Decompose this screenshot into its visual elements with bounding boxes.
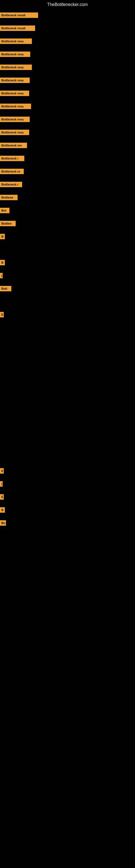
bottleneck-bar-22: E (0, 312, 4, 317)
bottleneck-bar-6: Bottleneck resu (0, 78, 30, 83)
bottleneck-bar-27: Bo (0, 520, 6, 526)
bottleneck-bar-18: B (0, 234, 5, 239)
bottleneck-bar-1: Bottleneck result (0, 12, 38, 18)
bottleneck-bar-2: Bottleneck result (0, 26, 35, 31)
bottleneck-bar-16: Bot (0, 208, 9, 213)
bottleneck-bar-24: | (0, 481, 3, 487)
bottleneck-bar-25: E (0, 494, 4, 500)
site-title: TheBottlenecker.com (0, 0, 135, 9)
bottleneck-bar-12: Bottleneck r (0, 156, 24, 161)
bottleneck-bar-21: Bott (0, 286, 11, 291)
bottleneck-bar-10: Bottleneck resu (0, 130, 29, 135)
bottleneck-bar-17: Bottlen (0, 221, 16, 226)
bottleneck-bar-8: Bottleneck resu (0, 104, 31, 109)
bottleneck-bar-4: Bottleneck resu (0, 52, 30, 57)
bottleneck-bar-20: | (0, 273, 3, 278)
bottleneck-bar-15: Bottlene (0, 195, 17, 200)
bottleneck-bar-19: B (0, 260, 5, 265)
bottleneck-bar-23: E (0, 468, 4, 474)
bottleneck-bar-5: Bottleneck resu (0, 65, 32, 70)
bottleneck-bar-7: Bottleneck resu (0, 91, 29, 96)
bottleneck-bar-11: Bottleneck res (0, 143, 27, 148)
bottleneck-bar-14: Bottleneck r (0, 182, 22, 187)
bottleneck-bar-13: Bottleneck re (0, 169, 24, 174)
bottleneck-bar-26: B (0, 507, 5, 513)
bottleneck-bar-9: Bottleneck resu (0, 117, 30, 122)
bottleneck-bar-3: Bottleneck resu (0, 38, 32, 44)
